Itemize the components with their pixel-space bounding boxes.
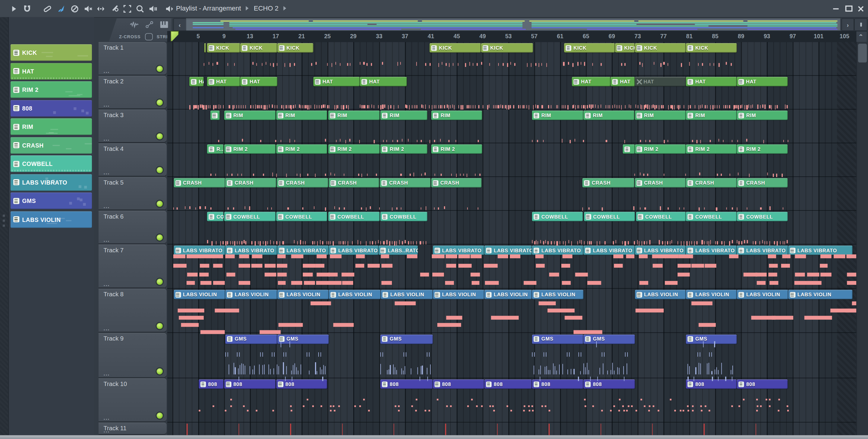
pattern-clip-rim[interactable]: RIM <box>584 110 634 120</box>
pattern-clip-labs-vibrato[interactable]: LABS VIBRATO <box>484 246 532 255</box>
track-options-dots[interactable]: ... <box>103 238 110 241</box>
pattern-item-808[interactable]: 808 <box>10 100 92 116</box>
pattern-clip-labs-vibrato[interactable]: LABS VIBRATO <box>532 246 584 255</box>
pattern-clip-kick[interactable]: KICK <box>615 43 635 53</box>
pattern-clip-rim[interactable]: RIM <box>276 110 327 120</box>
track-header-9[interactable]: Track 9... <box>98 333 167 377</box>
track-header-7[interactable]: Track 7... <box>98 244 167 287</box>
pattern-clip-gms[interactable]: GMS <box>584 334 635 343</box>
track-mute-led[interactable] <box>157 99 163 105</box>
track-mute-led[interactable] <box>157 234 163 240</box>
no-snap-icon[interactable] <box>70 4 80 14</box>
left-dock-rail[interactable] <box>0 17 9 435</box>
pattern-clip-808[interactable]: 808 <box>276 379 327 389</box>
pattern-clip-808[interactable]: 808 <box>224 379 276 389</box>
pattern-clip-rim-2[interactable]: RIM 2 <box>635 144 686 154</box>
pattern-item-hat[interactable]: HAT <box>10 63 92 79</box>
pattern-clip-labs-vibrato[interactable]: LABS VIBRATO <box>329 246 378 255</box>
pattern-clip-808[interactable]: 808 <box>484 379 532 389</box>
pattern-clip-808[interactable]: 808 <box>433 379 484 389</box>
track-options-dots[interactable]: ... <box>103 70 110 73</box>
slide-tool-icon[interactable] <box>96 4 106 14</box>
track-mute-led[interactable] <box>157 412 163 418</box>
pattern-clip-labs-vibrato[interactable]: LABS VIBRATO <box>584 246 635 255</box>
pattern-clip-kick[interactable]: KICK <box>277 43 313 53</box>
pattern-clip-crash[interactable]: CRASH <box>225 178 276 187</box>
pattern-clip-labs-violin[interactable]: LABS VIOLIN <box>484 290 532 299</box>
pattern-clip-rim[interactable]: RIM <box>686 110 737 120</box>
pattern-clip-rim-2[interactable]: RIM 2 <box>431 144 482 154</box>
z-cross-toggle[interactable] <box>145 33 153 40</box>
pattern-clip-hat[interactable]: HAT <box>240 77 277 86</box>
pattern-clip-hat[interactable]: HAT <box>611 77 635 86</box>
pattern-clip-kick[interactable]: KICK <box>481 43 533 53</box>
pattern-clip-kick[interactable]: KICK <box>686 43 737 53</box>
track-options-dots[interactable]: ... <box>103 372 110 375</box>
pattern-clip-crash[interactable]: CRASH <box>431 178 482 187</box>
track-header-5[interactable]: Track 5... <box>98 177 167 209</box>
pattern-clip-rim-2[interactable]: RIM 2 <box>224 144 276 154</box>
track-header-6[interactable]: Track 6... <box>98 210 167 243</box>
minimap-options-button[interactable] <box>854 19 867 31</box>
track-mute-led[interactable] <box>157 323 163 329</box>
pattern-clip-808[interactable]: 808 <box>380 379 433 389</box>
pattern-clip-rim[interactable]: RIM <box>380 110 427 120</box>
automation-view-icon[interactable] <box>146 21 153 28</box>
scroll-left-button[interactable]: ‹ <box>173 19 186 31</box>
play-arrow-icon[interactable] <box>9 4 19 14</box>
pattern-clip-hat[interactable]: HAT <box>686 77 737 86</box>
pattern-clip-gms[interactable]: GMS <box>380 334 433 343</box>
pattern-clip-gms[interactable]: GMS <box>532 334 584 343</box>
pattern-clip-labs-violin[interactable]: LABS VIOLIN <box>225 290 277 299</box>
vertical-scrollbar[interactable] <box>856 42 868 435</box>
pattern-clip-labs-vibrato[interactable]: LABS VIBRATO <box>277 246 329 255</box>
pattern-clip-crash[interactable]: CRASH <box>737 178 788 187</box>
pattern-clip-labs-violin[interactable]: LABS VIOLIN <box>277 290 329 299</box>
pattern-clip-cowbell[interactable]: COWBELL <box>686 212 737 221</box>
pattern-item-labs-vibrato[interactable]: LABS VIBRATO <box>10 174 92 191</box>
pattern-clip-cowbell[interactable]: COWBELL <box>532 212 583 221</box>
pattern-clip-labs-vibrato[interactable]: LABS VIBRATO <box>225 246 277 255</box>
pattern-clip-rim[interactable]: RIM <box>328 110 379 120</box>
pattern-clip-hat[interactable]: HAT <box>737 77 788 86</box>
pattern-clip-gms[interactable]: GMS <box>225 334 277 343</box>
track-mute-led[interactable] <box>157 66 163 72</box>
audio-view-icon[interactable] <box>130 21 138 28</box>
monitor-speaker-icon[interactable] <box>164 4 174 14</box>
pattern-clip-labs-violin[interactable]: LABS VIOLIN <box>788 290 852 299</box>
pattern-clip-crash[interactable]: CRASH <box>686 178 737 187</box>
pattern-clip-labs-rato[interactable]: LABS..RATO <box>378 246 417 255</box>
pattern-clip-808[interactable]: 808 <box>198 379 223 389</box>
pattern-clip-cowbell[interactable]: COWBELL <box>584 212 635 221</box>
maximize-button[interactable] <box>845 5 852 12</box>
patterns-view-icon[interactable] <box>160 21 168 28</box>
pattern-clip-rim-2[interactable]: RIM 2 <box>328 144 379 154</box>
pattern-clip-808[interactable]: 808 <box>584 379 635 389</box>
track-mute-led[interactable] <box>157 278 163 284</box>
pattern-clip-rim-2[interactable]: RIM 2 <box>380 144 427 154</box>
track-options-dots[interactable]: ... <box>103 416 110 420</box>
track-options-dots[interactable]: ... <box>103 103 110 107</box>
pattern-clip-labs-violin[interactable]: LABS VIOLIN <box>433 290 484 299</box>
pattern-item-rim-2[interactable]: RIM 2 <box>10 81 92 98</box>
pattern-clip-crash[interactable]: CRASH <box>276 178 328 187</box>
pattern-clip-cowbell[interactable]: COWBELL <box>636 212 685 221</box>
pattern-clip-r-[interactable]: R.. <box>207 144 223 154</box>
pattern-clip[interactable] <box>210 110 219 120</box>
pattern-clip-rim-2[interactable]: RIM 2 <box>686 144 737 154</box>
track-header-8[interactable]: Track 8... <box>98 289 167 332</box>
track-header-3[interactable]: Track 3... <box>98 109 167 142</box>
pattern-clip-labs-violin[interactable]: LABS VIOLIN <box>635 290 686 299</box>
pattern-clip[interactable] <box>623 144 634 154</box>
pattern-clip-cowbell[interactable]: COWBELL <box>380 212 427 221</box>
pattern-clip-kick[interactable]: KICK <box>430 43 481 53</box>
pattern-clip-cowbell[interactable]: COWBELL <box>737 212 788 221</box>
track-options-dots[interactable]: ... <box>103 282 110 286</box>
minimize-button[interactable] <box>832 5 840 12</box>
pattern-clip-808[interactable]: 808 <box>737 379 788 389</box>
track-header-11[interactable]: Track 11... <box>98 423 167 434</box>
pattern-clip-hat[interactable]: HAT <box>360 77 407 86</box>
select-tool-icon[interactable] <box>122 4 132 14</box>
pattern-clip-rim[interactable]: RIM <box>737 110 788 120</box>
pattern-clip-labs-violin[interactable]: LABS VIOLIN <box>686 290 737 299</box>
